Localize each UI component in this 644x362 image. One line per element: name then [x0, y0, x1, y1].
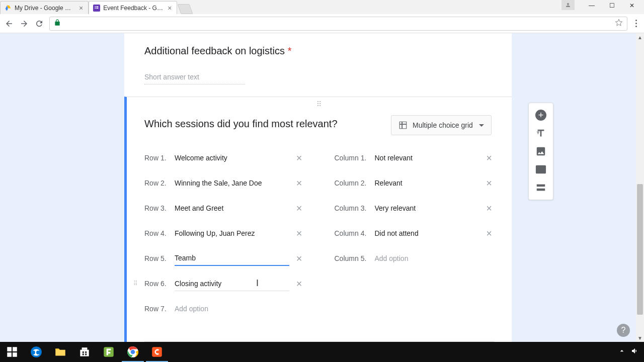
- tab-forms[interactable]: Event Feedback - Google ×: [89, 1, 177, 14]
- tab-bar: My Drive - Google Drive × Event Feedback…: [0, 0, 644, 14]
- window-controls: — ☐ ✕: [582, 0, 642, 11]
- forms-icon: [93, 5, 100, 12]
- omnibox[interactable]: [49, 17, 627, 31]
- svg-rect-1: [95, 6, 96, 7]
- maximize-button[interactable]: ☐: [602, 0, 622, 11]
- secure-icon: [54, 19, 61, 28]
- user-profile-button[interactable]: [561, 0, 575, 10]
- browser-chrome: My Drive - Google Drive × Event Feedback…: [0, 0, 644, 33]
- svg-rect-2: [97, 6, 99, 7]
- reload-button[interactable]: [34, 19, 44, 29]
- back-button[interactable]: [4, 19, 14, 29]
- address-bar: [0, 14, 644, 33]
- tab-title: My Drive - Google Drive: [15, 5, 75, 12]
- close-icon[interactable]: ×: [167, 4, 173, 12]
- forward-button[interactable]: [19, 19, 29, 29]
- drive-icon: [5, 5, 12, 12]
- svg-rect-3: [95, 8, 96, 9]
- close-icon[interactable]: ×: [78, 4, 84, 12]
- new-tab-button[interactable]: [178, 4, 193, 14]
- close-window-button[interactable]: ✕: [622, 0, 642, 11]
- tab-drive[interactable]: My Drive - Google Drive ×: [0, 1, 89, 14]
- bookmark-icon[interactable]: [615, 19, 623, 29]
- tab-title: Event Feedback - Google: [103, 5, 164, 12]
- svg-rect-4: [97, 8, 99, 9]
- minimize-button[interactable]: —: [582, 0, 602, 11]
- browser-menu-button[interactable]: [632, 20, 640, 27]
